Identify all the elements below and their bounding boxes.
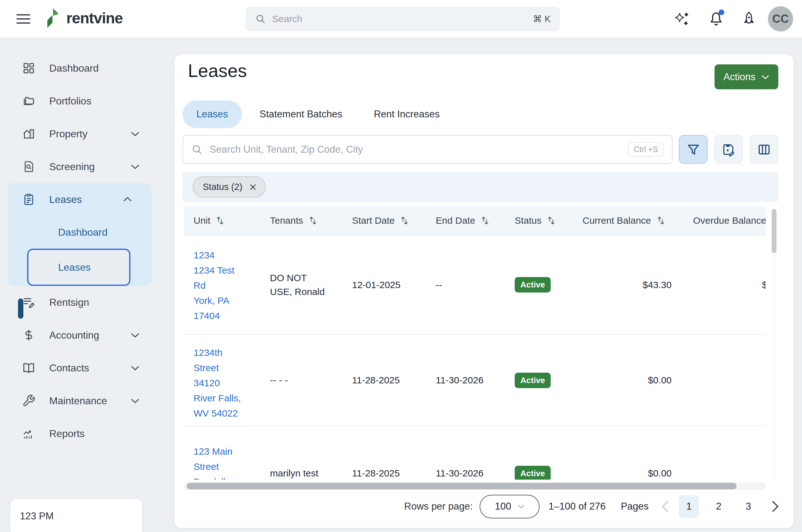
scrollbar-thumb[interactable] (772, 209, 777, 253)
sidebar-footer-card[interactable]: 123 PM (11, 499, 142, 532)
table-row[interactable]: 1234th Street 34120 River Falls, WV 5402… (184, 335, 766, 426)
page-number-1[interactable]: 1 (679, 495, 699, 518)
table-row[interactable]: 1234 1234 Test Rd York, PA 17404 DO NOT … (184, 235, 766, 335)
sidebar-item-dashboard[interactable]: Dashboard (0, 52, 160, 84)
column-header-end-date[interactable]: End Date (426, 215, 505, 226)
sidebar-item-screening[interactable]: Screening (0, 150, 160, 183)
sidebar-item-label: Accounting (49, 329, 99, 341)
leases-icon (22, 193, 35, 206)
save-edit-icon (722, 142, 736, 156)
sidebar-subitem-leases-active[interactable]: Leases (27, 249, 130, 286)
top-bar: rentvine ⌘ K CC (0, 0, 802, 38)
rows-per-page-label: Rows per page: (404, 501, 473, 512)
column-header-unit[interactable]: Unit (184, 215, 260, 226)
status-cell: Active (505, 466, 573, 480)
chevron-down-icon (130, 164, 140, 169)
global-search-shortcut: ⌘ K (533, 14, 551, 24)
lease-search[interactable]: Ctrl +S (182, 135, 673, 164)
unit-link[interactable]: 1234 1234 Test Rd York, PA 17404 (184, 235, 260, 323)
table-vertical-scrollbar[interactable] (771, 207, 777, 479)
sidebar-item-maintenance[interactable]: Maintenance (0, 384, 160, 417)
ai-sparkles-icon[interactable] (673, 10, 691, 28)
column-header-tenants[interactable]: Tenants (260, 215, 343, 226)
column-header-overdue-balance[interactable]: Overdue Balance (683, 215, 766, 226)
actions-button[interactable]: Actions (714, 64, 778, 89)
end-date-cell: 11-30-2026 (426, 468, 505, 479)
sidebar-item-rentsign[interactable]: Rentsign (0, 286, 160, 319)
table-row[interactable]: 123 Main Street Dundalk, marilyn test 11… (184, 426, 766, 480)
search-icon (255, 14, 266, 24)
chevron-down-icon (761, 74, 769, 79)
hamburger-menu-icon[interactable] (16, 11, 34, 26)
tab-bar: Leases Statement Batches Rent Increases (182, 100, 453, 128)
column-header-start-date[interactable]: Start Date (343, 215, 426, 226)
filter-funnel-icon (687, 142, 700, 156)
tenants-cell: -- - - (260, 373, 343, 387)
active-filters-bar: Status (2) (182, 172, 778, 202)
sidebar-group-leases: Leases Dashboard Leases (7, 183, 152, 286)
reports-icon (22, 427, 35, 440)
status-badge: Active (515, 373, 551, 388)
tab-statement-batches[interactable]: Statement Batches (245, 100, 356, 128)
pages-label: Pages (621, 501, 649, 512)
actions-button-label: Actions (723, 71, 755, 83)
maintenance-icon (22, 394, 35, 407)
previous-page-icon[interactable] (661, 500, 669, 513)
column-header-current-balance[interactable]: Current Balance (573, 215, 683, 226)
filter-chip-status[interactable]: Status (2) (193, 176, 266, 197)
status-badge: Active (515, 466, 551, 480)
start-date-cell: 11-28-2025 (343, 375, 426, 385)
overdue-balance-cell: $0.00 (683, 375, 766, 385)
notifications-bell-icon[interactable] (707, 10, 725, 28)
user-avatar[interactable]: CC (768, 6, 793, 32)
accounting-icon (22, 328, 35, 342)
current-balance-cell: $43.30 (573, 280, 683, 290)
rentvine-logo[interactable]: rentvine (45, 7, 123, 28)
tenants-cell: marilyn test (260, 467, 343, 480)
scrollbar-thumb[interactable] (187, 483, 737, 489)
current-balance-cell: $0.00 (573, 375, 683, 385)
saved-filters-button[interactable] (714, 135, 743, 164)
sidebar-item-contacts[interactable]: Contacts (0, 352, 160, 384)
lease-search-input[interactable] (209, 144, 621, 155)
remove-filter-icon[interactable] (249, 183, 257, 191)
rows-per-page-select[interactable]: 100 (480, 495, 540, 518)
rocket-icon[interactable] (740, 10, 758, 28)
next-page-icon[interactable] (771, 500, 779, 513)
sort-icon (656, 216, 666, 225)
filter-button[interactable] (679, 135, 708, 164)
rentsign-icon (22, 296, 35, 309)
sidebar-item-label: Property (49, 128, 88, 140)
chevron-down-icon (130, 398, 140, 403)
chevron-up-icon (123, 196, 132, 202)
sidebar-item-property[interactable]: Property (0, 117, 160, 150)
filter-chip-label: Status (2) (203, 182, 242, 192)
global-search-input[interactable] (272, 14, 527, 24)
chevron-down-icon (130, 131, 140, 137)
columns-button[interactable] (750, 135, 778, 164)
sidebar-item-label: Maintenance (49, 395, 107, 407)
page-title: Leases (188, 60, 247, 81)
sidebar-item-label: Portfolios (49, 95, 91, 107)
lease-search-shortcut: Ctrl +S (628, 142, 664, 156)
table-horizontal-scrollbar[interactable] (184, 482, 766, 490)
brand-name: rentvine (66, 10, 123, 27)
sidebar-item-leases[interactable]: Leases (7, 183, 152, 216)
overdue-balance-cell: $0.00 (683, 468, 766, 479)
unit-link[interactable]: 123 Main Street Dundalk, (184, 426, 260, 480)
sidebar-subitem-label: Leases (58, 262, 91, 273)
column-header-status[interactable]: Status (505, 215, 573, 226)
unit-link[interactable]: 1234th Street 34120 River Falls, WV 5402… (184, 335, 260, 421)
page-number-2[interactable]: 2 (709, 495, 729, 518)
global-search[interactable]: ⌘ K (246, 7, 560, 31)
page-number-3[interactable]: 3 (738, 495, 759, 518)
active-item-indicator (18, 299, 23, 319)
portfolios-icon (22, 94, 35, 108)
tenants-cell: DO NOT USE, Ronald (260, 271, 343, 299)
sidebar-item-reports[interactable]: Reports (0, 417, 160, 450)
tab-leases[interactable]: Leases (182, 100, 242, 128)
sidebar-item-portfolios[interactable]: Portfolios (0, 84, 160, 117)
tab-rent-increases[interactable]: Rent Increases (360, 100, 454, 128)
sidebar-item-accounting[interactable]: Accounting (0, 319, 160, 352)
sidebar-subitem-dashboard[interactable]: Dashboard (7, 216, 152, 249)
